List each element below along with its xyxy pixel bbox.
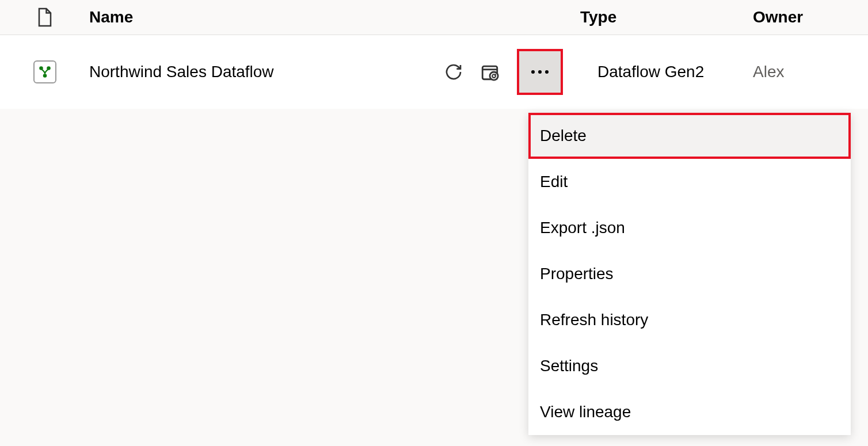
svg-point-4 <box>490 72 498 80</box>
row-actions <box>431 49 580 95</box>
row-owner: Alex <box>753 63 868 81</box>
menu-item-properties[interactable]: Properties <box>528 251 851 297</box>
table-row[interactable]: Northwind Sales Dataflow <box>0 35 868 109</box>
menu-item-delete[interactable]: Delete <box>528 113 851 159</box>
schedule-refresh-button[interactable] <box>480 62 500 82</box>
header-name[interactable]: Name <box>89 8 431 26</box>
row-icon-cell <box>0 60 89 83</box>
menu-item-edit[interactable]: Edit <box>528 159 851 205</box>
dataflow-icon <box>33 60 56 83</box>
more-options-button[interactable] <box>517 49 563 95</box>
refresh-icon <box>444 63 463 81</box>
svg-point-2 <box>43 74 47 78</box>
refresh-button[interactable] <box>444 63 463 81</box>
row-type: Dataflow Gen2 <box>580 63 753 81</box>
menu-item-refresh-history[interactable]: Refresh history <box>528 297 851 343</box>
calendar-refresh-icon <box>480 62 500 82</box>
svg-point-6 <box>538 70 542 74</box>
header-type[interactable]: Type <box>580 8 753 26</box>
row-name[interactable]: Northwind Sales Dataflow <box>89 63 431 81</box>
more-horizontal-icon <box>528 69 551 75</box>
svg-point-5 <box>531 70 535 74</box>
file-icon <box>36 7 54 28</box>
context-menu: Delete Edit Export .json Properties Refr… <box>528 113 851 435</box>
menu-item-settings[interactable]: Settings <box>528 343 851 389</box>
header-owner[interactable]: Owner <box>753 8 868 26</box>
svg-point-7 <box>545 70 549 74</box>
table-header-row: Name Type Owner <box>0 0 868 35</box>
items-table: Name Type Owner Northwind Sales Dataflow <box>0 0 868 109</box>
menu-item-export-json[interactable]: Export .json <box>528 205 851 251</box>
header-icon-column <box>0 7 89 28</box>
menu-item-view-lineage[interactable]: View lineage <box>528 389 851 435</box>
